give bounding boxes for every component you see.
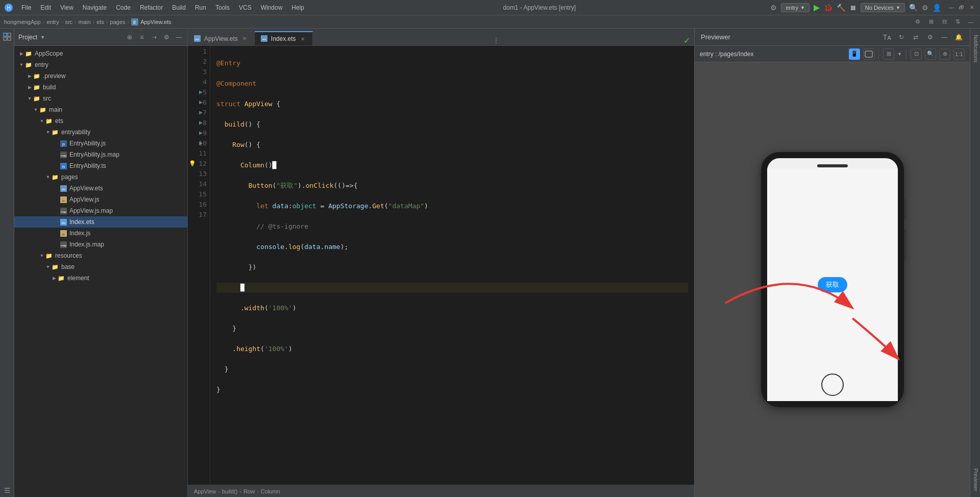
prev-settings-icon[interactable]: ⚙ [925,32,935,42]
menu-help[interactable]: Help [287,3,308,12]
tree-index-js[interactable]: ▶ js Index.js [14,228,187,239]
prev-layout-icon[interactable]: ⊞ [883,48,894,60]
project-settings-icon[interactable]: ⚙ [162,33,171,42]
prev-notification-icon[interactable]: 🔔 [953,32,964,42]
debug-button[interactable]: 🐞 [824,4,832,12]
maximize-button[interactable]: 🗗 [958,4,966,12]
stop-button[interactable]: ⏹ [849,4,856,12]
gutter-4: 4 [188,77,210,87]
sort-icon[interactable]: ⇅ [952,17,963,27]
expand-icon[interactable]: ⊞ [926,17,936,27]
svg-text:ts: ts [62,165,65,168]
menu-code[interactable]: Code [112,3,135,12]
tree-base[interactable]: ▼ 📁 base [14,261,187,272]
code-line-17: } [216,385,688,395]
tree-appview-js[interactable]: ▶ js AppView.js [14,194,187,205]
bc-main[interactable]: main [79,19,91,25]
cb-build[interactable]: build() [222,488,238,494]
collapse-icon[interactable]: ⊟ [939,17,949,27]
tab-index[interactable]: ets Index.ets ✕ [255,31,313,45]
menu-edit[interactable]: Edit [36,3,55,12]
prev-refresh-icon[interactable]: ↻ [896,32,906,42]
scroll-to-source-icon[interactable]: ⇢ [150,33,159,42]
bc-src[interactable]: src [65,19,72,25]
svg-text:js: js [62,199,64,202]
no-devices-btn[interactable]: No Devices ▼ [861,3,905,12]
tree-entryability[interactable]: ▼ 📁 entryability [14,127,187,138]
run-button[interactable]: ▶ [814,3,820,12]
project-hide-icon[interactable]: — [174,33,183,42]
menu-window[interactable]: Window [257,3,287,12]
bc-pages[interactable]: pages [110,19,126,25]
notifications-label[interactable]: Notifications [970,29,980,68]
collapse-all-icon[interactable]: ≡ [137,33,146,42]
tree-main[interactable]: ▼ 📁 main [14,104,187,115]
cb-column[interactable]: Column [261,488,280,494]
phone-screen: 获取 [767,168,898,401]
tree-appview-jsmap[interactable]: ▶ map AppView.js.map [14,205,187,216]
tree-ets[interactable]: ▼ 📁 ets [14,115,187,127]
tree-entryability-ts[interactable]: ▶ ts EntryAbility.ts [14,160,187,171]
tab-appview-close[interactable]: ✕ [241,35,248,42]
code-breadcrumb: AppView › build() › Row › Column [188,485,694,497]
bc-ets[interactable]: ets [96,19,104,25]
tree-entryability-js[interactable]: ▶ js EntryAbility.js [14,138,187,149]
entry-run-config[interactable]: entry ▼ [781,3,809,12]
tree-src[interactable]: ▼ 📁 src [14,93,187,104]
tree-element[interactable]: ▶ 📁 element [14,272,187,284]
expand-all-icon[interactable]: ⊕ [125,33,134,42]
project-icon[interactable] [1,31,13,43]
previewer-label[interactable]: Previewer [970,462,980,497]
bc-entry[interactable]: entry [46,19,59,25]
tree-resources[interactable]: ▼ 📁 resources [14,250,187,261]
phone-fetch-button[interactable]: 获取 [818,277,847,292]
prev-zoom-in-icon[interactable]: ⊕ [939,48,950,60]
gear-icon[interactable]: ⚙ [922,4,928,12]
menu-run[interactable]: Run [191,3,210,12]
code-view[interactable]: 1 2 3 4 ▶ 5 ▶ 6 ▶ 7 ▶ 8 [188,46,694,485]
code-content[interactable]: @Entry @Component struct AppView { build… [210,46,694,485]
tab-appview[interactable]: ets AppView.ets ✕ [188,31,255,45]
code-line-7: Button("获取").onClick(()=>{ [216,181,688,191]
tree-index-jsmap[interactable]: ▶ map Index.js.map [14,239,187,250]
tree-preview[interactable]: ▶ 📁 .preview [14,70,187,82]
minimize-panel-icon[interactable]: — [966,17,976,27]
settings-icon[interactable]: ⚙ [770,4,777,12]
tree-index-ets[interactable]: ▶ ets Index.ets [14,216,187,228]
settings-icon[interactable]: ⚙ [913,17,923,27]
prev-phone-icon[interactable]: 📱 [849,48,860,60]
prev-tablet-icon[interactable] [863,48,874,60]
prev-crop-icon[interactable]: ⊡ [911,48,922,60]
profile-icon[interactable]: 👤 [933,4,941,12]
menu-refactor[interactable]: Refactor [136,3,167,12]
tree-build-folder[interactable]: ▶ 📁 build [14,82,187,93]
menu-build[interactable]: Build [168,3,190,12]
cb-appview[interactable]: AppView [194,488,216,494]
tabs-more-icon[interactable]: ⋮ [492,35,501,45]
menu-file[interactable]: File [17,3,35,12]
tree-appscope[interactable]: ▶ 📁 AppScope [14,48,187,59]
project-title: Project [18,34,37,41]
menu-view[interactable]: View [56,3,78,12]
close-button[interactable]: ✕ [968,4,976,12]
tab-index-close[interactable]: ✕ [299,35,306,42]
prev-hide-icon[interactable]: — [939,32,949,42]
build-button[interactable]: 🔨 [837,4,845,12]
tree-entry[interactable]: ▼ 📁 entry [14,59,187,70]
minimize-button[interactable]: — [947,4,955,12]
prev-zoom-out-icon[interactable]: 🔍 [925,48,936,60]
tree-pages[interactable]: ▼ 📁 pages [14,171,187,183]
svg-text:ets: ets [195,38,199,41]
menu-vcs[interactable]: VCS [235,3,256,12]
tree-appview-ets[interactable]: ▶ ets AppView.ets [14,183,187,194]
structure-icon[interactable] [1,484,13,496]
bc-hongmengapp[interactable]: hongmengApp [4,19,41,25]
cb-row[interactable]: Row [243,488,255,494]
prev-flip-icon[interactable]: ⇄ [911,32,921,42]
menu-tools[interactable]: Tools [211,3,234,12]
menu-navigate[interactable]: Navigate [79,3,111,12]
tree-entryability-jsmap[interactable]: ▶ map EntryAbility.js.map [14,149,187,160]
search-icon[interactable]: 🔍 [909,4,918,12]
prev-fit-icon[interactable]: 1:1 [953,48,965,60]
prev-font-icon[interactable]: Tᴀ [882,32,892,42]
